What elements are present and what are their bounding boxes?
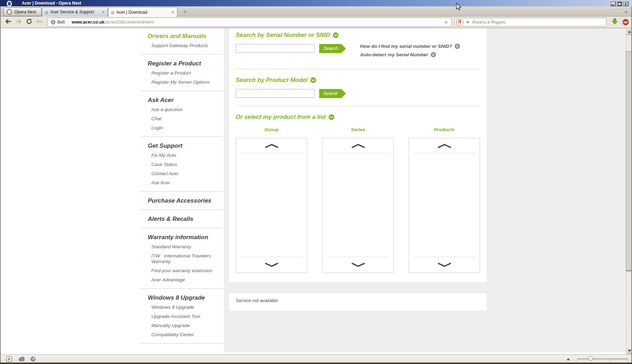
divider <box>141 210 223 210</box>
chevron-up-icon <box>351 143 366 148</box>
sidebar-section-windows-8-upgrade[interactable]: Windows 8 Upgrade <box>148 294 224 301</box>
opera-menu-button[interactable]: Opera Next <box>4 7 42 16</box>
forward-button[interactable] <box>13 19 24 26</box>
scroll-down-button[interactable] <box>236 257 307 273</box>
divider <box>141 91 223 91</box>
sidebar-item[interactable]: Case Status <box>151 162 215 167</box>
url-text: www.acer.co.uk/ac/en/GB/content/drivers <box>71 20 444 25</box>
address-bar: Веб www.acer.co.uk/ac/en/GB/content/driv… <box>0 17 632 28</box>
reload-button[interactable] <box>24 18 34 26</box>
adblock-icon[interactable]: ABP <box>622 19 629 25</box>
sidebar-item[interactable]: Acer Advantage <box>151 277 215 283</box>
sidebar-item[interactable]: Manually Upgrade <box>151 323 215 328</box>
divider <box>236 106 480 106</box>
url-path: /ac/en/GB/content/drivers <box>105 20 154 25</box>
collapse-chevron-icon[interactable] <box>310 77 316 83</box>
scroll-up-button[interactable] <box>236 138 307 153</box>
series-listbox[interactable] <box>322 138 394 273</box>
serial-search-button[interactable]: Search <box>319 44 341 53</box>
zoom-collapse-icon[interactable] <box>567 358 570 360</box>
window-title: Acer | Download - Opera Next <box>22 1 81 6</box>
sidebar-section-purchase-accessories[interactable]: Purchase Accessories <box>148 197 224 204</box>
divider <box>236 69 480 69</box>
chevron-up-icon <box>264 143 279 148</box>
tab-close-icon[interactable]: × <box>172 10 174 15</box>
zoom-tick <box>577 360 577 361</box>
auto-detect-serial-link[interactable]: Auto-detect my Serial Number <box>360 52 460 57</box>
sidebar-item[interactable]: Upgrade Assistant Tool <box>151 314 215 319</box>
sidebar-section-drivers-and-manuals[interactable]: Drivers and Manuals <box>148 33 224 39</box>
tab-acer-download[interactable]: a Acer | Download × <box>108 7 177 17</box>
yandex-icon[interactable]: Я <box>456 19 463 25</box>
chevron-down-icon <box>264 262 279 268</box>
column-header-series: Series <box>322 127 394 132</box>
sidebar-item[interactable]: Fix My Acer <box>151 153 215 158</box>
scroll-up-button[interactable] <box>409 138 480 153</box>
bookmark-star-icon[interactable]: ★ <box>444 19 448 25</box>
sidebar-section-warranty-information[interactable]: Warranty information <box>148 234 224 241</box>
maximize-button[interactable] <box>617 1 622 6</box>
sidebar-item[interactable]: Support Gateway Products <box>151 43 215 49</box>
model-search-button[interactable]: Search <box>319 89 341 98</box>
web-search-field[interactable]: Я <box>454 18 606 26</box>
zoom-slider-thumb[interactable] <box>588 356 593 361</box>
search-engine-dropdown-icon[interactable] <box>466 21 469 23</box>
collapse-chevron-icon[interactable] <box>333 32 339 38</box>
tab-acer-service-support[interactable]: a Acer Service & Support × <box>42 7 108 17</box>
group-listbox[interactable] <box>236 138 307 273</box>
scroll-down-button[interactable] <box>409 257 480 273</box>
sidebar-item[interactable]: Standard Warranty <box>151 244 215 250</box>
product-model-input[interactable] <box>236 89 315 98</box>
opera-link-cloud-icon[interactable] <box>18 356 25 363</box>
products-listbox[interactable] <box>409 138 480 273</box>
divider <box>240 153 303 153</box>
opera-turbo-icon[interactable] <box>30 356 36 363</box>
find-serial-link[interactable]: How do I find my serial number or SNID? <box>360 44 460 49</box>
scroll-down-button[interactable] <box>323 257 393 273</box>
address-input[interactable]: Веб www.acer.co.uk/ac/en/GB/content/driv… <box>47 18 451 27</box>
tab-close-icon[interactable]: × <box>102 9 105 14</box>
site-badge[interactable]: Веб <box>48 18 68 26</box>
back-button[interactable] <box>3 19 13 26</box>
divider <box>141 288 223 289</box>
minimize-button[interactable] <box>610 1 616 6</box>
sidebar-item[interactable]: Find your warranty extension <box>151 268 215 274</box>
url-domain: www.acer.co.uk <box>71 20 104 25</box>
serial-number-input[interactable] <box>236 44 315 53</box>
sidebar-item[interactable]: Compatibility Center <box>151 332 215 338</box>
sidebar-section-alerts-recalls[interactable]: Alerts & Recalls <box>148 216 224 222</box>
sidebar-item[interactable]: Chat <box>151 116 215 122</box>
sidebar-item[interactable]: Windows 8 Upgrade <box>151 305 215 310</box>
zoom-tick <box>628 360 628 361</box>
sidebar-item[interactable]: Contact Acer <box>151 171 215 177</box>
sidebar-item[interactable]: Register My Server Options <box>151 79 215 85</box>
sidebar-item[interactable]: Login <box>151 125 215 131</box>
column-header-products: Products <box>409 127 480 132</box>
tab-list-chevron-icon[interactable] <box>624 12 628 13</box>
window-left-border <box>0 6 1 363</box>
new-tab-button[interactable]: + <box>182 8 188 15</box>
sidebar-section-get-support[interactable]: Get Support <box>148 142 224 149</box>
close-button[interactable]: x <box>623 1 628 6</box>
sidebar-item[interactable]: Ask a question <box>151 107 215 113</box>
arrow-right-circle-icon <box>455 44 460 49</box>
chevron-down-icon <box>351 262 366 268</box>
download-arrow-icon[interactable] <box>611 18 618 26</box>
sidebar-item[interactable]: Register a Product <box>151 70 215 76</box>
panels-toggle-icon[interactable] <box>6 356 12 362</box>
service-notice-box: Service not available <box>229 293 487 311</box>
sidebar-item[interactable]: Ask Acer <box>151 180 215 186</box>
yandex-search-input[interactable] <box>472 19 606 25</box>
main-content: Search by Serial Number or SNID Search H… <box>229 28 487 282</box>
zoom-tick <box>610 360 610 361</box>
divider <box>141 54 223 55</box>
scroll-up-button[interactable] <box>323 138 393 153</box>
sidebar-item[interactable]: ITW : International Travelers Warranty <box>151 253 215 264</box>
arrow-right-circle-icon <box>431 52 436 57</box>
tab-bar: Opera Next a Acer Service & Support × a … <box>0 6 632 17</box>
sidebar-section-register-a-product[interactable]: Register a Product <box>148 60 224 67</box>
zoom-slider-track[interactable] <box>577 358 628 359</box>
key-icon[interactable] <box>34 19 45 26</box>
sidebar-section-ask-acer[interactable]: Ask Acer <box>148 97 224 103</box>
collapse-chevron-icon[interactable] <box>329 114 334 120</box>
